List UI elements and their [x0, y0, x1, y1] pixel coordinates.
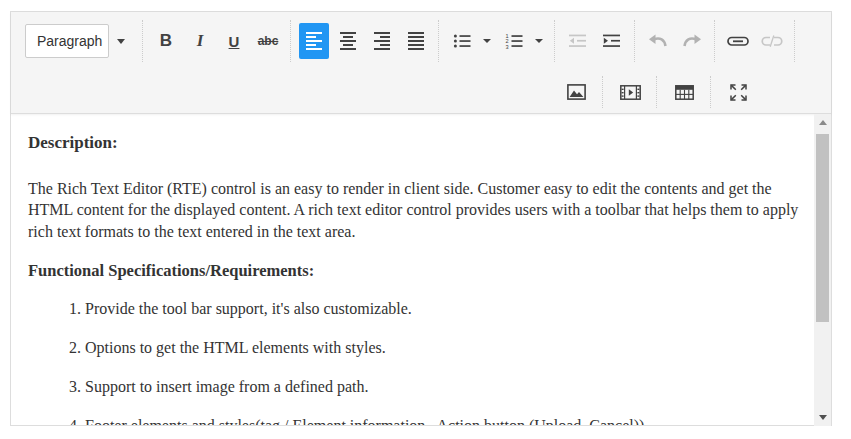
chevron-down-icon — [117, 39, 125, 44]
unlink-icon — [761, 34, 783, 48]
toolbar-separator — [602, 76, 604, 108]
align-left-button[interactable] — [299, 23, 329, 59]
insert-video-button[interactable] — [615, 76, 645, 108]
toolbar-separator — [438, 20, 440, 62]
toolbar-separator — [714, 20, 716, 62]
table-icon — [675, 85, 694, 100]
video-icon — [620, 85, 641, 100]
toolbar-row-1: Paragraph B I U abc — [25, 12, 823, 70]
chevron-down-icon — [483, 39, 491, 43]
toolbar-separator — [290, 20, 292, 62]
toolbar-separator — [554, 20, 556, 62]
numbered-list-button[interactable]: 1 2 3 — [499, 23, 529, 59]
align-center-button[interactable] — [333, 23, 363, 59]
scroll-down-arrow-icon — [819, 415, 827, 420]
underline-button[interactable]: U — [219, 23, 249, 59]
outdent-button[interactable] — [563, 23, 593, 59]
bullet-list-dropdown[interactable] — [479, 23, 495, 59]
toolbar-separator — [794, 20, 796, 62]
outdent-icon — [569, 34, 587, 48]
list-item: Options to get the HTML elements with st… — [85, 337, 805, 359]
fullscreen-icon — [730, 84, 747, 101]
redo-icon — [682, 34, 702, 48]
redo-button[interactable] — [677, 23, 707, 59]
indent-button[interactable] — [597, 23, 627, 59]
toolbar-separator — [142, 20, 144, 62]
strikethrough-label: abc — [258, 34, 279, 48]
remove-link-button[interactable] — [757, 23, 787, 59]
requirements-list: Provide the tool bar support, it's also … — [28, 298, 805, 426]
list-item: Support to insert image from a defined p… — [85, 376, 805, 398]
list-item: Footer elements and styles(tag / Element… — [85, 415, 805, 426]
scroll-up-arrow-icon — [819, 120, 827, 125]
undo-button[interactable] — [643, 23, 673, 59]
italic-button[interactable]: I — [185, 23, 215, 59]
image-icon — [567, 84, 586, 100]
bold-button[interactable]: B — [151, 23, 181, 59]
align-right-icon — [374, 32, 390, 50]
align-center-icon — [340, 32, 356, 50]
link-icon — [727, 34, 749, 48]
create-link-button[interactable] — [723, 23, 753, 59]
vertical-scrollbar[interactable] — [814, 114, 831, 426]
rte-toolbar: Paragraph B I U abc — [11, 12, 831, 114]
editor-content-area[interactable]: Description: The Rich Text Editor (RTE) … — [11, 114, 831, 425]
bullet-list-icon — [453, 33, 471, 49]
insert-image-button[interactable] — [561, 76, 591, 108]
numbered-list-icon: 1 2 3 — [505, 33, 523, 49]
align-right-button[interactable] — [367, 23, 397, 59]
bullet-list-button[interactable] — [447, 23, 477, 59]
format-dropdown-caret[interactable] — [109, 24, 133, 58]
format-dropdown-value[interactable]: Paragraph — [25, 24, 109, 58]
content-heading-functional: Functional Specifications/Requirements: — [28, 260, 805, 282]
rich-text-editor: Paragraph B I U abc — [10, 11, 832, 426]
scroll-down-button[interactable] — [814, 409, 831, 426]
format-dropdown[interactable]: Paragraph — [25, 23, 133, 59]
scrollbar-thumb[interactable] — [816, 134, 829, 322]
toolbar-separator — [656, 76, 658, 108]
align-left-icon — [306, 32, 322, 50]
align-justify-icon — [408, 32, 424, 50]
numbered-list-dropdown[interactable] — [531, 23, 547, 59]
chevron-down-icon — [535, 39, 543, 43]
create-table-button[interactable] — [669, 76, 699, 108]
list-item: Provide the tool bar support, it's also … — [85, 298, 805, 320]
toolbar-separator — [634, 20, 636, 62]
toolbar-separator — [710, 76, 712, 108]
italic-label: I — [197, 31, 204, 51]
toolbar-row-2 — [25, 70, 823, 114]
svg-text:3: 3 — [506, 44, 509, 49]
indent-icon — [603, 34, 621, 48]
scroll-up-button[interactable] — [814, 114, 831, 131]
maximize-button[interactable] — [723, 76, 753, 108]
content-paragraph: The Rich Text Editor (RTE) control is an… — [28, 178, 805, 243]
strikethrough-button[interactable]: abc — [253, 23, 283, 59]
undo-icon — [648, 34, 668, 48]
underline-label: U — [229, 33, 240, 50]
align-justify-button[interactable] — [401, 23, 431, 59]
content-heading-description: Description: — [28, 132, 805, 154]
bold-label: B — [160, 31, 172, 51]
